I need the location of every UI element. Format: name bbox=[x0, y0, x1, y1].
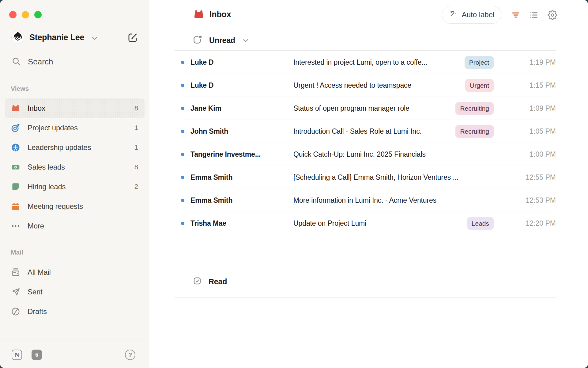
search-button[interactable]: Search bbox=[0, 55, 149, 68]
calendar-icon bbox=[11, 202, 20, 211]
inbox-icon bbox=[11, 104, 20, 113]
sidebar-item-more[interactable]: More bbox=[5, 216, 145, 236]
unread-section-header[interactable]: Unread bbox=[193, 35, 248, 46]
gear-icon[interactable] bbox=[548, 10, 557, 20]
sidebar-item-all-mail[interactable]: All Mail bbox=[5, 263, 145, 282]
unread-icon bbox=[193, 35, 202, 46]
sidebar: Stephanie Lee Search Views bbox=[0, 0, 149, 368]
auto-label-button[interactable]: Auto label bbox=[442, 6, 501, 24]
email-subject: Introduction Call - Sales Role at Lumi I… bbox=[293, 127, 450, 136]
email-time: 12:55 PM bbox=[516, 173, 556, 182]
unread-dot bbox=[181, 176, 184, 179]
dollar-bill-icon bbox=[11, 163, 20, 172]
email-time: 1:15 PM bbox=[516, 81, 556, 90]
sidebar-item-drafts[interactable]: Drafts bbox=[5, 302, 145, 321]
target-icon bbox=[11, 123, 20, 132]
sidebar-item-count: 1 bbox=[134, 144, 138, 151]
sidebar-item-project-updates[interactable]: Project updates 1 bbox=[5, 118, 145, 138]
email-row[interactable]: Tangerine Investme... Quick Catch-Up: Lu… bbox=[175, 143, 556, 166]
unread-dot bbox=[181, 199, 184, 202]
calendar-app-button[interactable]: 6 bbox=[32, 350, 42, 360]
sidebar-item-sent[interactable]: Sent bbox=[5, 282, 145, 302]
email-row[interactable]: Trisha Mae Update on Project Lumi Leads … bbox=[175, 212, 556, 235]
unread-dot-column bbox=[175, 222, 190, 225]
help-button[interactable]: ? bbox=[125, 350, 135, 360]
email-time: 1:09 PM bbox=[516, 104, 556, 113]
sidebar-item-count: 8 bbox=[134, 104, 138, 112]
email-sender: Tangerine Investme... bbox=[190, 150, 293, 159]
email-row[interactable]: Luke D Interested in project Lumi, open … bbox=[175, 51, 556, 74]
unread-dot bbox=[181, 222, 184, 225]
email-row[interactable]: John Smith Introduction Call - Sales Rol… bbox=[175, 120, 556, 143]
page-title-group: Inbox bbox=[193, 9, 231, 20]
avatar bbox=[12, 31, 24, 44]
chevron-down-icon bbox=[92, 36, 97, 41]
notion-logo-button[interactable]: N bbox=[12, 350, 22, 360]
email-label-badge[interactable]: Urgent bbox=[465, 79, 494, 92]
email-row[interactable]: Jane Kim Status of open program manager … bbox=[175, 97, 556, 120]
sidebar-item-meeting-requests[interactable]: Meeting requests bbox=[5, 197, 145, 216]
sidebar-item-hiring-leads[interactable]: Hiring leads 2 bbox=[5, 177, 145, 197]
sidebar-item-label: All Mail bbox=[28, 268, 51, 277]
email-sender: Emma Smith bbox=[190, 173, 293, 182]
email-time: 12:53 PM bbox=[516, 196, 556, 205]
main-panel: Inbox Auto label bbox=[149, 0, 588, 368]
note-icon bbox=[11, 182, 20, 191]
sidebar-item-count: 1 bbox=[134, 124, 138, 132]
email-subject: [Scheduling a Call] Emma Smith, Horizon … bbox=[293, 173, 516, 182]
read-divider bbox=[175, 297, 556, 298]
sidebar-footer-divider bbox=[0, 340, 149, 340]
close-window-button[interactable] bbox=[9, 11, 17, 18]
sidebar-item-label: Sales leads bbox=[28, 163, 65, 171]
email-row[interactable]: Emma Smith More information in Lumi Inc.… bbox=[175, 189, 556, 212]
paper-plane-icon bbox=[11, 287, 20, 297]
email-sender: Trisha Mae bbox=[190, 219, 293, 228]
read-checkbox-icon bbox=[193, 276, 202, 287]
sidebar-item-label: Drafts bbox=[28, 307, 47, 316]
email-sender: John Smith bbox=[190, 127, 293, 136]
sidebar-item-leadership-updates[interactable]: Leadership updates 1 bbox=[5, 138, 145, 157]
email-subject: Urgent ! Access needed to teamspace bbox=[293, 81, 460, 90]
sidebar-item-inbox[interactable]: Inbox 8 bbox=[5, 98, 145, 118]
app-window: Stephanie Lee Search Views bbox=[0, 0, 588, 368]
sidebar-item-label: Hiring leads bbox=[28, 182, 66, 191]
email-list: Luke D Interested in project Lumi, open … bbox=[175, 51, 556, 235]
email-label-badge[interactable]: Leads bbox=[467, 217, 494, 230]
email-subject: Update on Project Lumi bbox=[293, 219, 462, 228]
email-label-badge[interactable]: Recruiting bbox=[455, 102, 494, 115]
email-label-badge[interactable]: Project bbox=[465, 56, 494, 69]
unread-dot-column bbox=[175, 153, 190, 156]
email-row[interactable]: Emma Smith [Scheduling a Call] Emma Smit… bbox=[175, 166, 556, 189]
unread-dot bbox=[181, 61, 184, 64]
auto-label-text: Auto label bbox=[462, 10, 495, 19]
sidebar-item-label: Inbox bbox=[28, 104, 45, 113]
email-label-badge[interactable]: Recruiting bbox=[455, 125, 494, 138]
email-sender: Luke D bbox=[190, 81, 293, 90]
sidebar-item-label: More bbox=[28, 222, 44, 230]
sidebar-item-count: 2 bbox=[134, 183, 138, 191]
traffic-lights bbox=[9, 11, 42, 18]
sidebar-item-label: Project updates bbox=[28, 124, 78, 132]
unread-dot-column bbox=[175, 199, 190, 202]
sidebar-item-label: Meeting requests bbox=[28, 202, 83, 211]
compose-button[interactable] bbox=[127, 33, 138, 43]
sidebar-item-label: Leadership updates bbox=[28, 143, 91, 152]
unread-dot-column bbox=[175, 130, 190, 133]
ellipsis-icon bbox=[11, 221, 20, 231]
person-circle-icon bbox=[11, 143, 20, 152]
list-view-icon[interactable] bbox=[529, 10, 539, 20]
search-label: Search bbox=[28, 57, 53, 67]
unread-dot-column bbox=[175, 61, 190, 64]
zoom-window-button[interactable] bbox=[34, 11, 42, 18]
filter-icon[interactable] bbox=[511, 10, 521, 20]
read-section-header[interactable]: Read bbox=[193, 276, 227, 287]
email-subject: More information in Lumi Inc. - Acme Ven… bbox=[293, 196, 516, 205]
sidebar-item-sales-leads[interactable]: Sales leads 8 bbox=[5, 157, 145, 177]
sidebar-item-count: 8 bbox=[134, 163, 138, 171]
email-row[interactable]: Luke D Urgent ! Access needed to teamspa… bbox=[175, 74, 556, 97]
email-sender: Jane Kim bbox=[190, 104, 293, 113]
chevron-down-icon bbox=[243, 38, 248, 44]
unread-section-label: Unread bbox=[209, 36, 235, 45]
minimize-window-button[interactable] bbox=[22, 11, 29, 18]
account-switcher[interactable]: Stephanie Lee bbox=[0, 31, 149, 45]
